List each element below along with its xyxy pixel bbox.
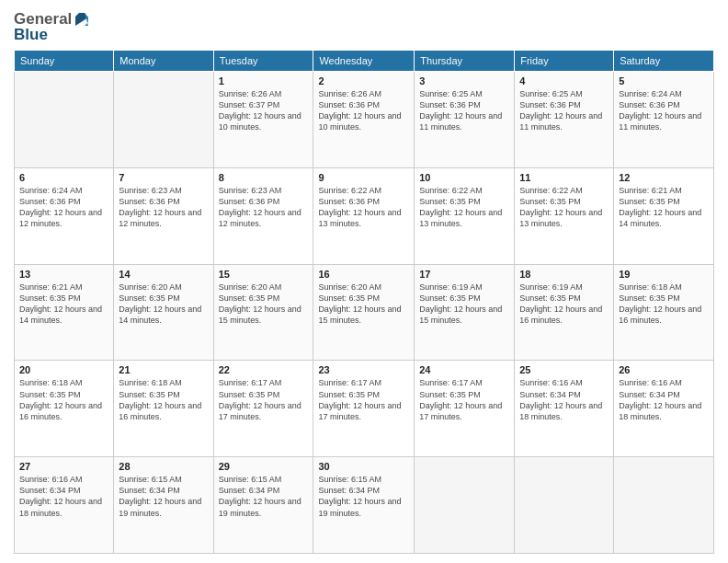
day-info: Sunrise: 6:24 AM Sunset: 6:36 PM Dayligh… [19,185,108,230]
calendar-body: 1Sunrise: 6:26 AM Sunset: 6:37 PM Daylig… [15,72,714,554]
calendar-cell: 19Sunrise: 6:18 AM Sunset: 6:35 PM Dayli… [614,264,714,361]
day-info: Sunrise: 6:23 AM Sunset: 6:36 PM Dayligh… [219,185,309,230]
logo-blue-text: Blue [14,26,92,44]
day-info: Sunrise: 6:22 AM Sunset: 6:36 PM Dayligh… [318,185,409,230]
day-info: Sunrise: 6:23 AM Sunset: 6:36 PM Dayligh… [119,185,208,230]
day-number: 5 [619,75,709,86]
day-number: 20 [19,364,108,375]
calendar-cell: 24Sunrise: 6:17 AM Sunset: 6:35 PM Dayli… [415,361,515,457]
calendar-cell: 6Sunrise: 6:24 AM Sunset: 6:36 PM Daylig… [15,167,114,264]
day-number: 10 [419,172,509,183]
day-header-sunday: Sunday [15,51,114,72]
day-info: Sunrise: 6:15 AM Sunset: 6:34 PM Dayligh… [219,474,309,519]
day-info: Sunrise: 6:18 AM Sunset: 6:35 PM Dayligh… [119,377,208,422]
day-info: Sunrise: 6:17 AM Sunset: 6:35 PM Dayligh… [419,377,509,422]
calendar-cell: 21Sunrise: 6:18 AM Sunset: 6:35 PM Dayli… [114,361,213,457]
day-number: 1 [219,75,309,86]
calendar-table: SundayMondayTuesdayWednesdayThursdayFrid… [14,50,714,554]
day-info: Sunrise: 6:26 AM Sunset: 6:37 PM Dayligh… [219,88,309,133]
day-info: Sunrise: 6:17 AM Sunset: 6:35 PM Dayligh… [219,377,309,422]
calendar-cell: 23Sunrise: 6:17 AM Sunset: 6:35 PM Dayli… [313,361,415,457]
calendar-cell: 13Sunrise: 6:21 AM Sunset: 6:35 PM Dayli… [15,264,114,361]
day-info: Sunrise: 6:16 AM Sunset: 6:34 PM Dayligh… [519,377,609,422]
day-info: Sunrise: 6:17 AM Sunset: 6:35 PM Dayligh… [318,377,409,422]
day-number: 2 [318,75,409,86]
day-info: Sunrise: 6:22 AM Sunset: 6:35 PM Dayligh… [519,185,609,230]
day-number: 14 [119,269,208,280]
day-header-thursday: Thursday [415,51,515,72]
calendar-cell: 1Sunrise: 6:26 AM Sunset: 6:37 PM Daylig… [213,72,313,168]
day-info: Sunrise: 6:18 AM Sunset: 6:35 PM Dayligh… [19,377,108,422]
calendar-cell: 20Sunrise: 6:18 AM Sunset: 6:35 PM Dayli… [15,361,114,457]
day-number: 17 [419,269,509,280]
day-info: Sunrise: 6:24 AM Sunset: 6:36 PM Dayligh… [619,88,709,133]
day-header-wednesday: Wednesday [313,51,415,72]
calendar-cell: 15Sunrise: 6:20 AM Sunset: 6:35 PM Dayli… [213,264,313,361]
day-info: Sunrise: 6:18 AM Sunset: 6:35 PM Dayligh… [619,282,709,327]
day-number: 30 [318,461,409,472]
calendar-cell: 2Sunrise: 6:26 AM Sunset: 6:36 PM Daylig… [313,72,415,168]
week-row-4: 27Sunrise: 6:16 AM Sunset: 6:34 PM Dayli… [15,457,714,554]
day-number: 27 [19,461,108,472]
calendar-cell [15,72,114,168]
header: General Blue [14,9,714,44]
day-info: Sunrise: 6:21 AM Sunset: 6:35 PM Dayligh… [19,282,108,327]
calendar-cell: 26Sunrise: 6:16 AM Sunset: 6:34 PM Dayli… [614,361,714,457]
calendar-cell: 3Sunrise: 6:25 AM Sunset: 6:36 PM Daylig… [415,72,515,168]
day-info: Sunrise: 6:16 AM Sunset: 6:34 PM Dayligh… [619,377,709,422]
day-info: Sunrise: 6:25 AM Sunset: 6:36 PM Dayligh… [519,88,609,133]
day-header-saturday: Saturday [614,51,714,72]
calendar-cell [114,72,213,168]
day-info: Sunrise: 6:16 AM Sunset: 6:34 PM Dayligh… [19,474,108,519]
svg-marker-0 [75,13,88,26]
day-info: Sunrise: 6:21 AM Sunset: 6:35 PM Dayligh… [619,185,709,230]
week-row-3: 20Sunrise: 6:18 AM Sunset: 6:35 PM Dayli… [15,361,714,457]
day-number: 7 [119,172,208,183]
day-header-monday: Monday [114,51,213,72]
logo: General Blue [14,9,92,44]
calendar-cell: 17Sunrise: 6:19 AM Sunset: 6:35 PM Dayli… [415,264,515,361]
day-number: 13 [19,269,108,280]
calendar-cell: 8Sunrise: 6:23 AM Sunset: 6:36 PM Daylig… [213,167,313,264]
calendar-cell: 30Sunrise: 6:15 AM Sunset: 6:34 PM Dayli… [313,457,415,554]
day-info: Sunrise: 6:19 AM Sunset: 6:35 PM Dayligh… [419,282,509,327]
day-info: Sunrise: 6:15 AM Sunset: 6:34 PM Dayligh… [318,474,409,519]
calendar-cell: 7Sunrise: 6:23 AM Sunset: 6:36 PM Daylig… [114,167,213,264]
day-number: 18 [519,269,609,280]
day-info: Sunrise: 6:15 AM Sunset: 6:34 PM Dayligh… [119,474,208,519]
calendar-cell: 9Sunrise: 6:22 AM Sunset: 6:36 PM Daylig… [313,167,415,264]
week-row-2: 13Sunrise: 6:21 AM Sunset: 6:35 PM Dayli… [15,264,714,361]
day-number: 15 [219,269,309,280]
calendar-cell: 16Sunrise: 6:20 AM Sunset: 6:35 PM Dayli… [313,264,415,361]
calendar-cell [614,457,714,554]
day-header-tuesday: Tuesday [213,51,313,72]
day-info: Sunrise: 6:26 AM Sunset: 6:36 PM Dayligh… [318,88,409,133]
day-info: Sunrise: 6:22 AM Sunset: 6:35 PM Dayligh… [419,185,509,230]
day-info: Sunrise: 6:20 AM Sunset: 6:35 PM Dayligh… [119,282,208,327]
calendar-cell [415,457,515,554]
calendar-header: SundayMondayTuesdayWednesdayThursdayFrid… [15,51,714,72]
day-info: Sunrise: 6:20 AM Sunset: 6:35 PM Dayligh… [318,282,409,327]
day-number: 21 [119,364,208,375]
day-number: 26 [619,364,709,375]
week-row-0: 1Sunrise: 6:26 AM Sunset: 6:37 PM Daylig… [15,72,714,168]
day-number: 16 [318,269,409,280]
day-info: Sunrise: 6:19 AM Sunset: 6:35 PM Dayligh… [519,282,609,327]
day-number: 22 [219,364,309,375]
day-number: 12 [619,172,709,183]
day-number: 28 [119,461,208,472]
calendar-cell: 25Sunrise: 6:16 AM Sunset: 6:34 PM Dayli… [515,361,614,457]
day-number: 24 [419,364,509,375]
day-info: Sunrise: 6:25 AM Sunset: 6:36 PM Dayligh… [419,88,509,133]
calendar-cell: 12Sunrise: 6:21 AM Sunset: 6:35 PM Dayli… [614,167,714,264]
day-number: 9 [318,172,409,183]
day-header-friday: Friday [515,51,614,72]
calendar-cell: 14Sunrise: 6:20 AM Sunset: 6:35 PM Dayli… [114,264,213,361]
calendar-cell: 28Sunrise: 6:15 AM Sunset: 6:34 PM Dayli… [114,457,213,554]
day-number: 11 [519,172,609,183]
day-info: Sunrise: 6:20 AM Sunset: 6:35 PM Dayligh… [219,282,309,327]
day-number: 3 [419,75,509,86]
day-number: 6 [19,172,108,183]
week-row-1: 6Sunrise: 6:24 AM Sunset: 6:36 PM Daylig… [15,167,714,264]
calendar-cell: 11Sunrise: 6:22 AM Sunset: 6:35 PM Dayli… [515,167,614,264]
